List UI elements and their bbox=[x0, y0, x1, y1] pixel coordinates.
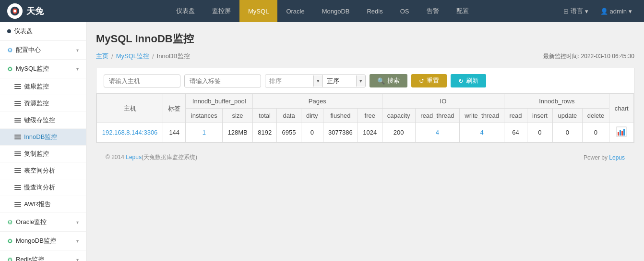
nav-mysql[interactable]: MySQL bbox=[239, 0, 277, 22]
page-title: MySQL InnoDB监控 bbox=[96, 32, 634, 46]
breadcrumb-mysql-monitor[interactable]: MySQL监控 bbox=[116, 52, 149, 61]
table-group-header-row: 主机 标签 Innodb_buffer_pool Pages IO Innodb… bbox=[97, 94, 634, 109]
host-link[interactable]: 192.168.8.144:3306 bbox=[102, 129, 158, 136]
bar-icon-resource bbox=[14, 100, 21, 107]
sidebar-item-oracle-monitor[interactable]: ⚙ Oracle监控 ▾ bbox=[0, 213, 86, 232]
sidebar-label-replication: 复制监控 bbox=[24, 149, 49, 158]
col-instances: instances bbox=[186, 109, 223, 123]
gear-icon-mongodb: ⚙ bbox=[7, 237, 13, 245]
chevron-down-icon: ▾ bbox=[76, 48, 79, 53]
cell-delete: 0 bbox=[582, 123, 609, 142]
col-read: read bbox=[504, 109, 527, 123]
bar-icon-awr bbox=[14, 201, 21, 208]
sidebar-item-dashboard[interactable]: 仪表盘 bbox=[0, 22, 86, 41]
sidebar-item-slow-query[interactable]: 慢查询分析 bbox=[0, 179, 86, 196]
col-insert: insert bbox=[527, 109, 552, 123]
sort-select-wrapper: 排序主机标签instancessize ▾ 正序倒序 ▾ bbox=[265, 75, 366, 87]
dot-icon bbox=[7, 29, 11, 33]
cell-data: 6955 bbox=[277, 123, 301, 142]
col-data: data bbox=[277, 109, 301, 123]
svg-rect-4 bbox=[620, 130, 621, 136]
search-button[interactable]: 🔍 搜索 bbox=[370, 74, 407, 87]
nav-os[interactable]: OS bbox=[392, 0, 418, 22]
sidebar-label-config-center: 配置中心 bbox=[16, 46, 41, 54]
cell-insert: 0 bbox=[527, 123, 552, 142]
sidebar-item-tablespace[interactable]: 表空间分析 bbox=[0, 162, 86, 179]
language-button[interactable]: ⊞ 语言 ▾ bbox=[559, 5, 593, 17]
sort-order-select[interactable]: 正序倒序 bbox=[322, 75, 356, 87]
svg-rect-6 bbox=[623, 129, 625, 136]
sort-select[interactable]: 排序主机标签instancessize bbox=[265, 75, 313, 87]
admin-button[interactable]: 👤 admin ▾ bbox=[596, 6, 637, 17]
footer-power-link[interactable]: Lepus bbox=[609, 154, 625, 161]
sidebar-item-resource-monitor[interactable]: 资源监控 bbox=[0, 95, 86, 112]
filter-bar: 排序主机标签instancessize ▾ 正序倒序 ▾ 🔍 搜索 ↺ 重置 ↻… bbox=[96, 68, 634, 93]
sidebar-item-redis-monitor[interactable]: ⚙ Redis监控 ▾ bbox=[0, 250, 86, 261]
cell-total: 8192 bbox=[252, 123, 276, 142]
chart-icon[interactable] bbox=[616, 126, 627, 137]
nav-dashboard[interactable]: 仪表盘 bbox=[167, 0, 203, 22]
cell-write_thread[interactable]: 4 bbox=[459, 123, 504, 142]
chevron-down-icon-redis: ▾ bbox=[76, 257, 79, 261]
reset-button[interactable]: ↺ 重置 bbox=[411, 74, 447, 87]
sidebar-label-key-cache: 键缓存监控 bbox=[24, 116, 55, 124]
sidebar-item-replication-monitor[interactable]: 复制监控 bbox=[0, 146, 86, 162]
breadcrumb: 主页 / MySQL监控 / InnoDB监控 最新监控时间: 2022-03-… bbox=[96, 52, 634, 61]
cell-read_thread[interactable]: 4 bbox=[415, 123, 459, 142]
sidebar-item-mysql-monitor[interactable]: ⚙ MySQL监控 ▾ bbox=[0, 60, 86, 78]
nav-config[interactable]: 配置 bbox=[448, 0, 477, 22]
data-table-container: 主机 标签 Innodb_buffer_pool Pages IO Innodb… bbox=[96, 93, 634, 143]
write_thread-link[interactable]: 4 bbox=[480, 129, 484, 136]
footer-lepus-link[interactable]: Lepus bbox=[126, 154, 142, 161]
gear-icon-oracle: ⚙ bbox=[7, 219, 13, 226]
sidebar-label-resource: 资源监控 bbox=[24, 99, 49, 108]
nav-monitor-screen[interactable]: 监控屏 bbox=[203, 0, 239, 22]
col-total: total bbox=[252, 109, 276, 123]
sidebar-item-key-cache-monitor[interactable]: 键缓存监控 bbox=[0, 112, 86, 129]
sidebar-item-health-monitor[interactable]: 健康监控 bbox=[0, 78, 86, 95]
logo-icon bbox=[7, 3, 23, 19]
top-nav-links: 仪表盘 监控屏 MySQL Oracle MongoDB Redis OS 告警… bbox=[86, 0, 559, 22]
svg-rect-3 bbox=[618, 132, 619, 136]
sidebar-item-awr[interactable]: AWR报告 bbox=[0, 196, 86, 213]
sidebar-label-dashboard: 仪表盘 bbox=[14, 27, 33, 36]
host-input[interactable] bbox=[104, 75, 180, 87]
cell-free: 1024 bbox=[358, 123, 382, 142]
tag-input[interactable] bbox=[184, 75, 261, 87]
cell-instances[interactable]: 1 bbox=[186, 123, 223, 142]
sidebar-label-mysql-monitor: MySQL监控 bbox=[16, 64, 49, 73]
col-io-header: IO bbox=[382, 94, 504, 109]
top-navigation: 天兔 仪表盘 监控屏 MySQL Oracle MongoDB Redis OS… bbox=[0, 0, 644, 22]
nav-alert[interactable]: 告警 bbox=[418, 0, 448, 22]
nav-redis[interactable]: Redis bbox=[358, 0, 391, 22]
gear-icon: ⚙ bbox=[7, 47, 13, 54]
bar-icon-replication bbox=[14, 150, 21, 157]
footer: © 2014 Lepus(天兔数据库监控系统) Power by Lepus bbox=[96, 148, 634, 167]
sidebar-item-config-center[interactable]: ⚙ 配置中心 ▾ bbox=[0, 41, 86, 60]
bar-icon-slow-query bbox=[14, 184, 21, 191]
col-buffer-pool-header: Innodb_buffer_pool bbox=[186, 94, 252, 109]
sidebar-item-mongodb-monitor[interactable]: ⚙ MongoDB监控 ▾ bbox=[0, 232, 86, 250]
svg-point-1 bbox=[13, 10, 16, 12]
cell-host[interactable]: 192.168.8.144:3306 bbox=[97, 123, 163, 142]
breadcrumb-home[interactable]: 主页 bbox=[96, 52, 108, 61]
col-flushed: flushed bbox=[323, 109, 358, 123]
col-pages-header: Pages bbox=[252, 94, 382, 109]
col-innodb-rows-header: Innodb_rows bbox=[504, 94, 609, 109]
gear-icon-redis: ⚙ bbox=[7, 256, 13, 261]
cell-dirty: 0 bbox=[301, 123, 323, 142]
table-body: 192.168.8.144:33061441128MB8192695503077… bbox=[97, 123, 634, 142]
col-free: free bbox=[358, 109, 382, 123]
nav-oracle[interactable]: Oracle bbox=[277, 0, 313, 22]
sidebar-item-innodb-monitor[interactable]: InnoDB监控 bbox=[0, 129, 86, 146]
col-dirty: dirty bbox=[301, 109, 323, 123]
instances-link[interactable]: 1 bbox=[203, 129, 206, 136]
nav-mongodb[interactable]: MongoDB bbox=[313, 0, 358, 22]
grid-icon: ⊞ bbox=[563, 8, 569, 15]
innodb-table: 主机 标签 Innodb_buffer_pool Pages IO Innodb… bbox=[96, 94, 634, 142]
read_thread-link[interactable]: 4 bbox=[436, 129, 439, 136]
refresh-button[interactable]: ↻ 刷新 bbox=[451, 74, 486, 87]
col-size: size bbox=[223, 109, 253, 123]
col-host-header: 主机 bbox=[97, 94, 163, 123]
cell-chart[interactable] bbox=[609, 123, 634, 142]
